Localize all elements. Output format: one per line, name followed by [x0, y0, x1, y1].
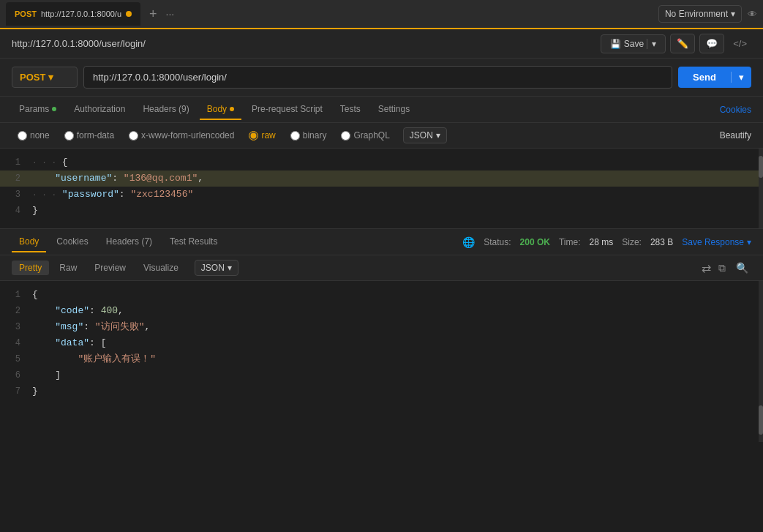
json-format-dropdown[interactable]: JSON ▾	[403, 127, 447, 143]
cookies-button[interactable]: Cookies	[720, 105, 751, 115]
tab-tests-label: Tests	[340, 104, 361, 114]
status-label: Status:	[484, 237, 511, 247]
send-button[interactable]: Send ▾	[678, 67, 751, 88]
send-chevron-icon[interactable]: ▾	[731, 72, 751, 83]
tab-dot-indicator	[126, 11, 132, 17]
json-format-chevron-icon: ▾	[436, 130, 440, 141]
size-label: Size:	[622, 237, 642, 247]
breadcrumb-actions: 💾 Save ▾ ✏️ 💬 </>	[601, 34, 751, 53]
fmt-tab-visualize[interactable]: Visualize	[136, 261, 186, 275]
json-format-label: JSON	[410, 130, 433, 141]
response-format-dropdown[interactable]: JSON ▾	[195, 260, 238, 276]
tab-authorization[interactable]: Authorization	[67, 100, 132, 120]
body-option-binary[interactable]: binary	[285, 128, 333, 143]
resp-tab-testresults-label: Test Results	[170, 236, 217, 247]
breadcrumb-bar: http://127.0.0.1:8000/user/login/ 💾 Save…	[0, 29, 763, 59]
body-option-formdata[interactable]: form-data	[59, 128, 120, 143]
method-chevron-icon: ▾	[48, 72, 53, 83]
status-value: 200 OK	[520, 237, 550, 247]
method-dropdown[interactable]: POST ▾	[12, 67, 78, 88]
pencil-icon-button[interactable]: ✏️	[670, 34, 695, 53]
body-option-urlencoded[interactable]: x-www-form-urlencoded	[123, 128, 240, 143]
tab-prerequest[interactable]: Pre-request Script	[244, 100, 330, 120]
request-tabs: Params Authorization Headers (9) Body Pr…	[0, 97, 763, 123]
env-chevron-icon: ▾	[731, 9, 735, 19]
globe-icon: 🌐	[462, 236, 475, 248]
search-icon[interactable]: 🔍	[733, 261, 751, 275]
active-tab[interactable]: POST http://127.0.0.1:8000/u	[6, 2, 140, 26]
resp-line-6: 6 ]	[0, 367, 763, 383]
new-tab-button[interactable]: +	[145, 7, 162, 22]
wrap-lines-icon[interactable]: ⇄	[702, 261, 711, 275]
request-scrollbar-thumb	[759, 156, 763, 178]
tab-headers[interactable]: Headers (9)	[135, 100, 196, 120]
response-scrollbar-thumb	[759, 405, 763, 435]
tab-tests[interactable]: Tests	[333, 100, 368, 120]
url-input[interactable]	[83, 66, 672, 89]
fmt-tab-preview[interactable]: Preview	[87, 261, 133, 275]
more-tabs-button[interactable]: ···	[166, 8, 175, 20]
tab-body[interactable]: Body	[200, 100, 241, 120]
resp-line-7: 7 }	[0, 383, 763, 400]
fmt-preview-label: Preview	[94, 263, 126, 273]
params-dot-indicator	[52, 107, 56, 111]
copy-icon[interactable]: ⧉	[715, 261, 729, 276]
tab-settings[interactable]: Settings	[371, 100, 417, 120]
tab-bar: POST http://127.0.0.1:8000/u + ··· No En…	[0, 0, 763, 29]
url-bar: POST ▾ Send ▾	[0, 59, 763, 97]
breadcrumb: http://127.0.0.1:8000/user/login/	[12, 38, 146, 49]
fmt-visualize-label: Visualize	[143, 263, 178, 273]
resp-format-chevron-icon: ▾	[228, 263, 232, 273]
tab-settings-label: Settings	[378, 104, 410, 114]
response-scrollbar[interactable]	[759, 281, 763, 442]
fmt-pretty-label: Pretty	[19, 263, 42, 273]
req-line-4: 4 }	[0, 203, 763, 219]
resp-line-1: 1 {	[0, 287, 763, 303]
request-editor-scrollbar[interactable]	[759, 149, 763, 228]
tab-params[interactable]: Params	[12, 100, 64, 120]
fmt-raw-label: Raw	[59, 263, 77, 273]
beautify-button[interactable]: Beautify	[720, 130, 751, 141]
save-chevron-icon[interactable]: ▾	[647, 39, 656, 49]
req-line-3: 3 · · · "password": "zxc123456"	[0, 187, 763, 203]
body-options: none form-data x-www-form-urlencoded raw…	[0, 123, 763, 149]
environment-dropdown[interactable]: No Environment ▾	[658, 5, 742, 23]
body-option-raw[interactable]: raw	[243, 128, 281, 143]
tab-prerequest-label: Pre-request Script	[252, 104, 323, 114]
resp-tab-headers-label: Headers (7)	[106, 236, 152, 247]
save-button[interactable]: 💾 Save ▾	[601, 34, 666, 53]
code-icon-button[interactable]: </>	[729, 34, 751, 53]
resp-tab-headers[interactable]: Headers (7)	[99, 232, 159, 252]
resp-tab-testresults[interactable]: Test Results	[162, 232, 225, 252]
time-label: Time:	[559, 237, 581, 247]
body-option-none[interactable]: none	[12, 128, 56, 143]
time-value: 28 ms	[590, 237, 614, 247]
save-icon: 💾	[610, 39, 621, 49]
response-format-actions: ⇄ ⧉ 🔍	[702, 261, 751, 276]
env-label: No Environment	[665, 9, 728, 19]
save-response-button[interactable]: Save Response ▾	[682, 237, 751, 247]
size-value: 283 B	[650, 237, 673, 247]
method-label: POST	[20, 72, 45, 83]
resp-tab-body-label: Body	[19, 236, 39, 247]
body-option-graphql[interactable]: GraphQL	[335, 128, 395, 143]
tab-authorization-label: Authorization	[74, 104, 125, 114]
resp-tab-cookies-label: Cookies	[56, 236, 88, 247]
request-code-editor[interactable]: 1 · · · { 2 "username": "136@qq.com1", 3…	[0, 149, 763, 229]
req-line-2: 2 "username": "136@qq.com1",	[0, 171, 763, 187]
resp-format-label: JSON	[201, 263, 225, 273]
tab-method-badge: POST	[15, 10, 37, 18]
fmt-tab-raw[interactable]: Raw	[52, 261, 84, 275]
save-response-label: Save Response	[682, 237, 744, 247]
req-line-1: 1 · · · {	[0, 154, 763, 171]
response-code-editor: 1 { 2 "code": 400, 3 "msg": "访问失败", 4 "d…	[0, 281, 763, 442]
resp-tab-body[interactable]: Body	[12, 232, 46, 252]
comment-icon-button[interactable]: 💬	[699, 34, 724, 53]
eye-icon[interactable]: 👁	[748, 9, 757, 20]
send-label: Send	[678, 72, 731, 83]
body-dot-indicator	[230, 107, 234, 111]
fmt-tab-pretty[interactable]: Pretty	[12, 261, 49, 275]
resp-line-3: 3 "msg": "访问失败",	[0, 319, 763, 335]
resp-tab-cookies[interactable]: Cookies	[49, 232, 95, 252]
resp-line-5: 5 "账户输入有误！"	[0, 351, 763, 367]
